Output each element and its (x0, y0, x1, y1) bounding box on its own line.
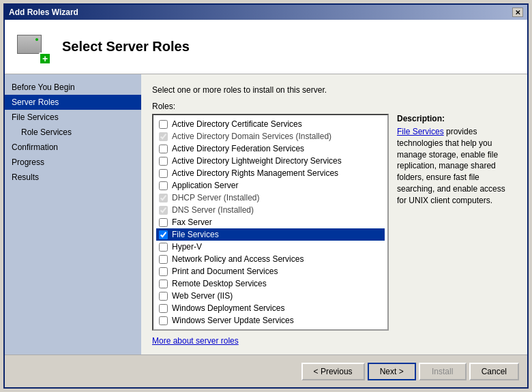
table-row[interactable]: Active Directory Lightweight Directory S… (156, 155, 385, 167)
role-checkbox[interactable] (159, 304, 168, 313)
role-label: Windows Server Update Services (172, 316, 294, 325)
role-label: Web Server (IIS) (172, 291, 233, 301)
role-label: Active Directory Federation Services (172, 144, 304, 153)
role-checkbox[interactable] (159, 316, 168, 325)
role-label: Active Directory Rights Management Servi… (172, 168, 338, 178)
table-row[interactable]: Remote Desktop Services (156, 277, 385, 290)
table-row[interactable]: Active Directory Rights Management Servi… (156, 167, 385, 179)
server-box-icon (17, 35, 42, 54)
role-checkbox[interactable] (159, 230, 168, 239)
description-link[interactable]: File Services (397, 127, 444, 136)
role-label: Active Directory Domain Services (Instal… (172, 132, 331, 141)
role-label: Active Directory Certificate Services (172, 119, 302, 129)
roles-list[interactable]: Active Directory Certificate ServicesAct… (152, 114, 389, 331)
role-checkbox[interactable] (159, 132, 168, 141)
close-button[interactable]: ✕ (512, 7, 523, 17)
sidebar-item-file-services[interactable]: File Services (5, 110, 141, 125)
table-row[interactable]: Web Server (IIS) (156, 290, 385, 302)
window-title: Add Roles Wizard (9, 7, 78, 17)
table-row[interactable]: Fax Server (156, 216, 385, 228)
sidebar: Before You BeginServer RolesFile Service… (5, 74, 141, 355)
role-label: Remote Desktop Services (172, 279, 267, 288)
table-row[interactable]: DHCP Server (Installed) (156, 192, 385, 204)
role-checkbox[interactable] (159, 243, 168, 252)
page-title: Select Server Roles (62, 39, 190, 55)
sidebar-item-progress[interactable]: Progress (5, 155, 141, 170)
table-row[interactable]: Windows Server Update Services (156, 314, 385, 327)
description-label: Description: (397, 114, 516, 123)
role-label: Hyper-V (172, 242, 202, 252)
description-body: provides technologies that help you mana… (397, 127, 505, 205)
sidebar-item-confirmation[interactable]: Confirmation (5, 140, 141, 155)
role-checkbox[interactable] (159, 206, 168, 215)
main-description: Select one or more roles to install on t… (152, 85, 516, 95)
role-checkbox[interactable] (159, 120, 168, 129)
role-checkbox[interactable] (159, 267, 168, 276)
role-label: File Services (172, 230, 219, 239)
role-checkbox[interactable] (159, 181, 168, 190)
role-checkbox[interactable] (159, 169, 168, 178)
wizard-window: Add Roles Wizard ✕ + Select Server Roles… (3, 3, 529, 389)
role-label: Windows Deployment Services (172, 303, 284, 313)
description-text: File Services provides technologies that… (397, 126, 516, 207)
table-row[interactable]: Windows Deployment Services (156, 302, 385, 314)
role-label: Active Directory Lightweight Directory S… (172, 156, 342, 166)
sidebar-item-results[interactable]: Results (5, 170, 141, 185)
role-checkbox[interactable] (159, 218, 168, 227)
table-row[interactable]: Application Server (156, 179, 385, 192)
wizard-header: + Select Server Roles (5, 20, 527, 74)
table-row[interactable]: File Services (156, 228, 385, 241)
more-link[interactable]: More about server roles (152, 336, 389, 346)
role-checkbox[interactable] (159, 194, 168, 202)
roles-label: Roles: (152, 102, 516, 111)
cancel-button[interactable]: Cancel (469, 363, 519, 380)
role-checkbox[interactable] (159, 157, 168, 166)
role-label: Print and Document Services (172, 267, 278, 276)
content-row: Active Directory Certificate ServicesAct… (152, 114, 516, 346)
table-row[interactable]: Active Directory Domain Services (Instal… (156, 130, 385, 142)
sidebar-item-role-services[interactable]: Role Services (5, 125, 141, 140)
role-label: Fax Server (172, 217, 212, 227)
role-label: DNS Server (Installed) (172, 205, 254, 215)
main-content: Select one or more roles to install on t… (141, 74, 527, 355)
role-label: Application Server (172, 181, 238, 190)
table-row[interactable]: Hyper-V (156, 241, 385, 253)
wizard-icon: + (16, 29, 51, 65)
role-checkbox[interactable] (159, 145, 168, 153)
plus-icon: + (39, 52, 51, 65)
role-label: Network Policy and Access Services (172, 254, 304, 264)
previous-button[interactable]: < Previous (301, 363, 365, 380)
role-checkbox[interactable] (159, 280, 168, 288)
role-checkbox[interactable] (159, 255, 168, 264)
install-button[interactable]: Install (419, 363, 467, 380)
wizard-body: Before You BeginServer RolesFile Service… (5, 74, 527, 355)
table-row[interactable]: DNS Server (Installed) (156, 204, 385, 216)
role-label: DHCP Server (Installed) (172, 193, 259, 202)
description-panel: Description: File Services provides tech… (397, 114, 516, 346)
role-checkbox[interactable] (159, 292, 168, 301)
table-row[interactable]: Network Policy and Access Services (156, 253, 385, 265)
table-row[interactable]: Active Directory Certificate Services (156, 118, 385, 130)
sidebar-item-server-roles[interactable]: Server Roles (5, 95, 141, 110)
wizard-footer: < Previous Next > Install Cancel (5, 355, 527, 387)
table-row[interactable]: Print and Document Services (156, 265, 385, 277)
title-bar: Add Roles Wizard ✕ (5, 5, 527, 20)
sidebar-item-before-you-begin[interactable]: Before You Begin (5, 80, 141, 95)
table-row[interactable]: Active Directory Federation Services (156, 142, 385, 155)
next-button[interactable]: Next > (368, 363, 416, 380)
